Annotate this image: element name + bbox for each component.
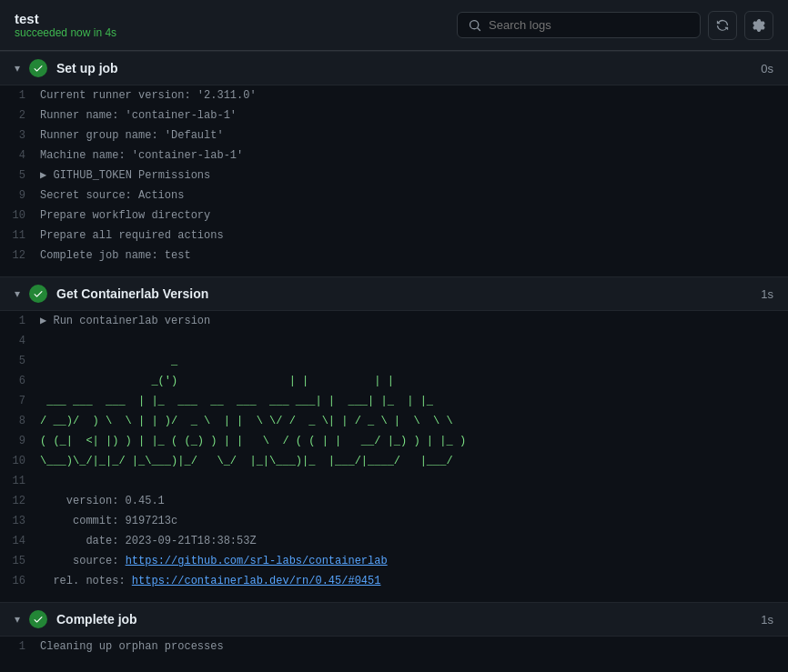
line-number: 2 xyxy=(7,106,40,125)
refresh-icon xyxy=(716,19,729,32)
search-box[interactable] xyxy=(457,12,701,38)
chevron-down-icon: ▾ xyxy=(15,287,20,300)
line-number: 9 xyxy=(7,186,40,205)
line-number: 4 xyxy=(7,332,40,350)
log-text: commit: 9197213c xyxy=(40,512,177,530)
line-number: 15 xyxy=(7,552,40,570)
log-line: 11 xyxy=(0,471,788,491)
line-number: 16 xyxy=(7,572,40,590)
log-text: Runner name: 'container-lab-1' xyxy=(40,106,237,125)
log-line: 6 _(') | | | | xyxy=(0,371,788,391)
log-line: 3Runner group name: 'Default' xyxy=(0,125,788,145)
log-line: 12Complete job name: test xyxy=(0,246,788,266)
log-text: Machine name: 'container-lab-1' xyxy=(40,146,243,165)
log-link[interactable]: https://github.com/srl-labs/containerlab xyxy=(126,555,388,567)
log-line: 2Runner name: 'container-lab-1' xyxy=(0,105,788,125)
log-line: 10Prepare workflow directory xyxy=(0,206,788,226)
log-line: 4 xyxy=(0,331,788,351)
header-right xyxy=(457,11,773,40)
log-content-complete-job: 1Cleaning up orphan processes xyxy=(0,637,788,657)
line-number: 5 xyxy=(7,352,40,370)
job-title: Get Containerlab Version xyxy=(56,286,208,301)
job-title: Set up job xyxy=(56,61,118,75)
job-title: Complete job xyxy=(56,612,137,627)
line-number: 1 xyxy=(7,637,40,656)
line-number: 4 xyxy=(7,146,40,165)
status-badge: succeeded now in 4s xyxy=(15,26,116,39)
log-line: 1▶ Run containerlab version xyxy=(0,311,788,331)
log-text: ___ ___ ___ | |_ ___ __ ___ ___ ___| | _… xyxy=(40,392,433,410)
log-line: 13 commit: 9197213c xyxy=(0,511,788,531)
log-text: ▶ Run containerlab version xyxy=(40,312,210,330)
log-line: 14 date: 2023-09-21T18:38:53Z xyxy=(0,531,788,551)
log-line: 7 ___ ___ ___ | |_ ___ __ ___ ___ ___| |… xyxy=(0,391,788,411)
success-icon xyxy=(29,610,47,628)
line-number: 1 xyxy=(7,312,40,330)
line-number: 12 xyxy=(7,492,40,510)
job-section-get-containerlab-version: ▾ Get Containerlab Version 1s 1▶ Run con… xyxy=(0,276,788,591)
log-line: 9Secret source: Actions xyxy=(0,186,788,206)
job-header-setup-job[interactable]: ▾ Set up job 0s xyxy=(0,51,788,85)
log-text: date: 2023-09-21T18:38:53Z xyxy=(40,532,257,550)
job-header-left: ▾ Complete job xyxy=(15,610,137,628)
job-duration: 1s xyxy=(761,613,773,627)
chevron-down-icon: ▾ xyxy=(15,62,20,75)
line-number: 14 xyxy=(7,532,40,550)
log-text: / __)/ ) \ \ | | )/ _ \ | | \ \/ / _ \| … xyxy=(40,412,453,430)
log-text: Cleaning up orphan processes xyxy=(40,637,224,656)
line-number: 8 xyxy=(7,412,40,430)
line-number: 11 xyxy=(7,472,40,490)
log-line: 4Machine name: 'container-lab-1' xyxy=(0,145,788,165)
log-text: ▶ GITHUB_TOKEN Permissions xyxy=(40,166,210,185)
log-content-setup-job: 1Current runner version: '2.311.0'2Runne… xyxy=(0,85,788,266)
log-link[interactable]: https://containerlab.dev/rn/0.45/#0451 xyxy=(132,575,381,587)
log-line: 12 version: 0.45.1 xyxy=(0,491,788,511)
success-icon xyxy=(29,59,47,77)
log-line: 11Prepare all required actions xyxy=(0,226,788,246)
line-number: 10 xyxy=(7,206,40,225)
settings-button[interactable] xyxy=(744,11,773,40)
log-text: _(') | | | | xyxy=(40,372,394,390)
line-number: 3 xyxy=(7,126,40,145)
log-text: Current runner version: '2.311.0' xyxy=(40,86,257,105)
log-text: Complete job name: test xyxy=(40,246,191,265)
log-line: 16 rel. notes: https://containerlab.dev/… xyxy=(0,571,788,591)
job-section-setup-job: ▾ Set up job 0s 1Current runner version:… xyxy=(0,51,788,266)
log-line: 8/ __)/ ) \ \ | | )/ _ \ | | \ \/ / _ \|… xyxy=(0,411,788,431)
log-text: rel. notes: https://containerlab.dev/rn/… xyxy=(40,572,380,590)
log-text: source: https://github.com/srl-labs/cont… xyxy=(40,552,388,570)
job-section-complete-job: ▾ Complete job 1s 1Cleaning up orphan pr… xyxy=(0,602,788,657)
log-text: _ xyxy=(40,352,177,370)
log-line: 5 _ xyxy=(0,351,788,371)
job-duration: 0s xyxy=(761,62,773,75)
job-header-left: ▾ Get Containerlab Version xyxy=(15,285,208,303)
line-number: 12 xyxy=(7,246,40,265)
log-text: Prepare all required actions xyxy=(40,226,224,245)
log-line: 15 source: https://github.com/srl-labs/c… xyxy=(0,551,788,571)
line-number: 10 xyxy=(7,452,40,470)
line-number: 7 xyxy=(7,392,40,410)
log-text: Secret source: Actions xyxy=(40,186,184,205)
log-line: 1Cleaning up orphan processes xyxy=(0,637,788,657)
log-line: 10\___)\_/|_|_/ |_\___)|_/ \_/ |_|\___)|… xyxy=(0,451,788,471)
refresh-button[interactable] xyxy=(708,11,737,40)
line-number: 5 xyxy=(7,166,40,185)
log-text: \___)\_/|_|_/ |_\___)|_/ \_/ |_|\___)|_ … xyxy=(40,452,453,470)
log-line: 9( (_| <| |) ) | |_ ( (_) ) | | \ / ( ( … xyxy=(0,431,788,451)
line-number: 9 xyxy=(7,432,40,450)
job-header-get-containerlab-version[interactable]: ▾ Get Containerlab Version 1s xyxy=(0,276,788,311)
log-content-get-containerlab-version: 1▶ Run containerlab version45 _6 _(') | … xyxy=(0,311,788,591)
main-content: ▾ Set up job 0s 1Current runner version:… xyxy=(0,51,788,657)
search-icon xyxy=(469,19,481,32)
header: test succeeded now in 4s xyxy=(0,0,788,51)
job-header-left: ▾ Set up job xyxy=(15,59,118,77)
line-number: 13 xyxy=(7,512,40,530)
job-header-complete-job[interactable]: ▾ Complete job 1s xyxy=(0,602,788,637)
header-left: test succeeded now in 4s xyxy=(15,11,116,39)
gear-icon xyxy=(753,19,765,32)
search-input[interactable] xyxy=(489,18,689,32)
line-number: 1 xyxy=(7,86,40,105)
log-text: Runner group name: 'Default' xyxy=(40,126,224,145)
line-number: 11 xyxy=(7,226,40,245)
job-duration: 1s xyxy=(761,287,773,301)
